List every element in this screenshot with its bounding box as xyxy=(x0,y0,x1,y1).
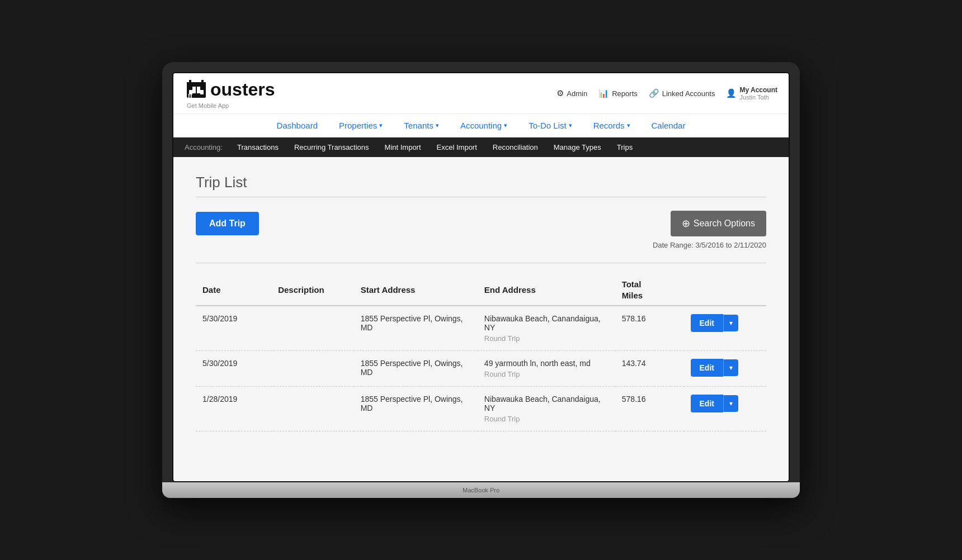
edit-dropdown-3[interactable]: ▾ xyxy=(723,395,738,412)
cell-action-3: Edit ▾ xyxy=(684,387,766,431)
edit-button-3[interactable]: Edit xyxy=(691,395,723,412)
top-right-actions: ⚙ Admin 📊 Reports 🔗 Linked Accounts 👤 My… xyxy=(557,86,777,101)
nav-item-dashboard[interactable]: Dashboard xyxy=(275,114,320,137)
nav-item-tenants[interactable]: Tenants ▾ xyxy=(402,114,441,137)
add-trip-button[interactable]: Add Trip xyxy=(196,212,259,235)
table-header-row: Date Description Start Address End Addre… xyxy=(196,274,766,306)
svg-text:H: H xyxy=(188,93,192,99)
sub-nav-manage-types[interactable]: Manage Types xyxy=(546,137,609,157)
table-row: 1/28/2019 1855 Perspective Pl, Owings, M… xyxy=(196,387,766,431)
cell-end-3: Nibawauka Beach, Canandaigua, NY Round T… xyxy=(478,387,615,431)
logo-subtitle: Get Mobile App xyxy=(187,102,229,109)
edit-btn-group-1: Edit ▾ xyxy=(691,314,760,332)
logo-icon: H xyxy=(185,78,208,101)
nav-accounting-label: Accounting xyxy=(460,121,502,130)
top-bar: H ousters Get Mobile App ⚙ Admin 📊 Repor… xyxy=(173,73,789,114)
table-body: 5/30/2019 1855 Perspective Pl, Owings, M… xyxy=(196,306,766,431)
cell-start-2: 1855 Perspective Pl, Owings, MD xyxy=(354,351,478,387)
nav-item-calendar[interactable]: Calendar xyxy=(649,114,688,137)
search-options-label: Search Options xyxy=(694,219,755,229)
sub-nav-reconciliation[interactable]: Reconciliation xyxy=(485,137,546,157)
table-row: 5/30/2019 1855 Perspective Pl, Owings, M… xyxy=(196,306,766,351)
table-header: Date Description Start Address End Addre… xyxy=(196,274,766,306)
col-header-end-address: End Address xyxy=(478,274,615,306)
admin-label: Admin xyxy=(567,89,587,98)
laptop-base: MacBook Pro xyxy=(162,482,800,498)
cell-start-3: 1855 Perspective Pl, Owings, MD xyxy=(354,387,478,431)
nav-records-label: Records xyxy=(593,121,625,130)
edit-btn-group-3: Edit ▾ xyxy=(691,395,760,412)
nav-item-accounting[interactable]: Accounting ▾ xyxy=(458,114,510,137)
svg-rect-3 xyxy=(201,80,204,84)
section-divider xyxy=(196,263,766,263)
edit-dropdown-1[interactable]: ▾ xyxy=(723,315,738,331)
cell-date-3: 1/28/2019 xyxy=(196,387,271,431)
title-divider xyxy=(196,197,766,197)
end-address-text-3: Nibawauka Beach, Canandaigua, NY xyxy=(484,395,609,412)
cell-date-1: 5/30/2019 xyxy=(196,306,271,351)
records-dropdown-icon: ▾ xyxy=(627,122,630,129)
svg-rect-5 xyxy=(197,87,200,93)
linked-accounts-action[interactable]: 🔗 Linked Accounts xyxy=(649,88,715,98)
trip-table: Date Description Start Address End Addre… xyxy=(196,274,766,431)
reports-action[interactable]: 📊 Reports xyxy=(598,88,638,98)
col-header-date: Date xyxy=(196,274,271,306)
sub-nav: Accounting: Transactions Recurring Trans… xyxy=(173,137,789,157)
nav-item-properties[interactable]: Properties ▾ xyxy=(337,114,385,137)
cell-date-2: 5/30/2019 xyxy=(196,351,271,387)
cell-miles-1: 578.16 xyxy=(615,306,684,351)
edit-button-2[interactable]: Edit xyxy=(691,359,723,377)
date-range-text: Date Range: 3/5/2016 to 2/11/2020 xyxy=(196,241,766,249)
admin-action[interactable]: ⚙ Admin xyxy=(557,88,587,98)
plus-circle-icon: ⊕ xyxy=(682,217,690,230)
main-content: Trip List Add Trip ⊕ Search Options Date… xyxy=(173,157,789,481)
cell-description-1 xyxy=(271,306,353,351)
properties-dropdown-icon: ▾ xyxy=(379,122,383,129)
svg-rect-7 xyxy=(200,90,204,94)
reports-label: Reports xyxy=(612,89,638,98)
toolbar-row: Add Trip ⊕ Search Options xyxy=(196,211,766,236)
my-account-text: My Account Justin Toth xyxy=(739,86,777,101)
cell-description-2 xyxy=(271,351,353,387)
edit-btn-group-2: Edit ▾ xyxy=(691,359,760,377)
sub-nav-trips[interactable]: Trips xyxy=(609,137,640,157)
cell-end-1: Nibawauka Beach, Canandaigua, NY Round T… xyxy=(478,306,615,351)
nav-dashboard-label: Dashboard xyxy=(277,121,318,130)
todo-dropdown-icon: ▾ xyxy=(569,122,572,129)
sub-nav-excel-import[interactable]: Excel Import xyxy=(429,137,485,157)
search-options-button[interactable]: ⊕ Search Options xyxy=(671,211,766,236)
gear-icon: ⚙ xyxy=(557,88,564,98)
page-title: Trip List xyxy=(196,174,766,191)
laptop-screen: H ousters Get Mobile App ⚙ Admin 📊 Repor… xyxy=(172,72,790,482)
svg-rect-4 xyxy=(192,87,196,93)
reports-icon: 📊 xyxy=(598,88,609,98)
cell-action-1: Edit ▾ xyxy=(684,306,766,351)
logo: H ousters xyxy=(185,78,275,101)
round-trip-label-1: Round Trip xyxy=(484,334,609,343)
cell-description-3 xyxy=(271,387,353,431)
nav-todo-label: To-Do List xyxy=(529,121,567,130)
user-icon: 👤 xyxy=(726,88,737,98)
my-account-action[interactable]: 👤 My Account Justin Toth xyxy=(726,86,777,101)
cell-miles-2: 143.74 xyxy=(615,351,684,387)
nav-tenants-label: Tenants xyxy=(404,121,433,130)
col-header-total-miles: TotalMiles xyxy=(615,274,684,306)
sub-nav-recurring-transactions[interactable]: Recurring Transactions xyxy=(286,137,377,157)
round-trip-label-3: Round Trip xyxy=(484,415,609,423)
sub-nav-mint-import[interactable]: Mint Import xyxy=(377,137,429,157)
my-account-label: My Account xyxy=(739,86,777,94)
end-address-text-1: Nibawauka Beach, Canandaigua, NY xyxy=(484,314,609,332)
round-trip-label-2: Round Trip xyxy=(484,370,609,378)
edit-button-1[interactable]: Edit xyxy=(691,314,723,332)
nav-item-todo[interactable]: To-Do List ▾ xyxy=(526,114,574,137)
linked-accounts-icon: 🔗 xyxy=(649,88,659,98)
edit-dropdown-2[interactable]: ▾ xyxy=(723,359,738,376)
nav-item-records[interactable]: Records ▾ xyxy=(591,114,633,137)
sub-nav-transactions[interactable]: Transactions xyxy=(229,137,286,157)
nav-calendar-label: Calendar xyxy=(652,121,686,130)
my-account-sublabel: Justin Toth xyxy=(739,94,777,101)
laptop-frame: H ousters Get Mobile App ⚙ Admin 📊 Repor… xyxy=(162,62,800,498)
tenants-dropdown-icon: ▾ xyxy=(436,122,439,129)
accounting-dropdown-icon: ▾ xyxy=(504,122,507,129)
logo-text: ousters xyxy=(210,80,275,98)
